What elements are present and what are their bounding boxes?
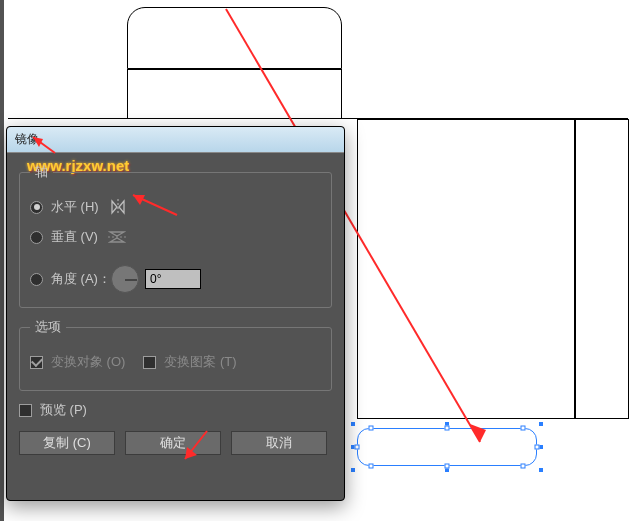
mirror-vertical-icon [108,228,126,246]
anchor-point [355,445,360,450]
preview-checkbox[interactable] [19,404,32,417]
transform-objects-checkbox [30,356,43,369]
axis-angle-label: 角度 (A)： [51,270,111,288]
options-group: 选项 变换对象 (O) 变换图案 (T) [19,318,332,391]
preview-label: 预览 (P) [40,401,87,419]
anchor-point [445,464,450,469]
angle-input[interactable] [145,269,201,289]
copy-button[interactable]: 复制 (C) [19,431,115,455]
axis-horizontal-label: 水平 (H) [51,198,99,216]
reflect-dialog: 镜像 www.rjzxw.net 轴 水平 (H) 垂直 (V) [6,126,345,501]
axis-vertical-row[interactable]: 垂直 (V) [30,223,321,251]
axis-vertical-radio[interactable] [30,231,43,244]
axis-angle-radio[interactable] [30,273,43,286]
cancel-button[interactable]: 取消 [231,431,327,455]
axis-group: 轴 水平 (H) 垂直 (V) 角度 (A)： [19,163,332,308]
transform-patterns-checkbox [143,356,156,369]
axis-legend: 轴 [30,163,53,181]
axis-horizontal-radio[interactable] [30,201,43,214]
right-strip-box [575,119,629,419]
ok-button[interactable]: 确定 [125,431,221,455]
anchor-point [521,464,526,469]
app-panel-edge [0,0,4,521]
preview-row[interactable]: 预览 (P) [19,401,332,419]
anchor-point [535,445,540,450]
top-rounded-box [127,7,342,69]
anchor-point [521,426,526,431]
anchor-point [369,464,374,469]
angle-dial-icon[interactable] [111,265,139,293]
dialog-titlebar[interactable]: 镜像 [7,127,344,153]
options-legend: 选项 [30,318,66,336]
axis-horizontal-row[interactable]: 水平 (H) [30,193,321,221]
mirror-horizontal-icon [109,198,127,216]
mid-box [127,69,342,119]
transform-objects-label: 变换对象 (O) [51,353,125,371]
transform-patterns-label: 变换图案 (T) [164,353,236,371]
anchor-point [369,426,374,431]
axis-angle-row[interactable]: 角度 (A)： [30,265,321,293]
anchor-point [445,426,450,431]
button-row: 复制 (C) 确定 取消 [19,431,332,455]
dialog-title: 镜像 [15,131,39,148]
axis-vertical-label: 垂直 (V) [51,228,98,246]
right-panel-box [357,119,575,419]
